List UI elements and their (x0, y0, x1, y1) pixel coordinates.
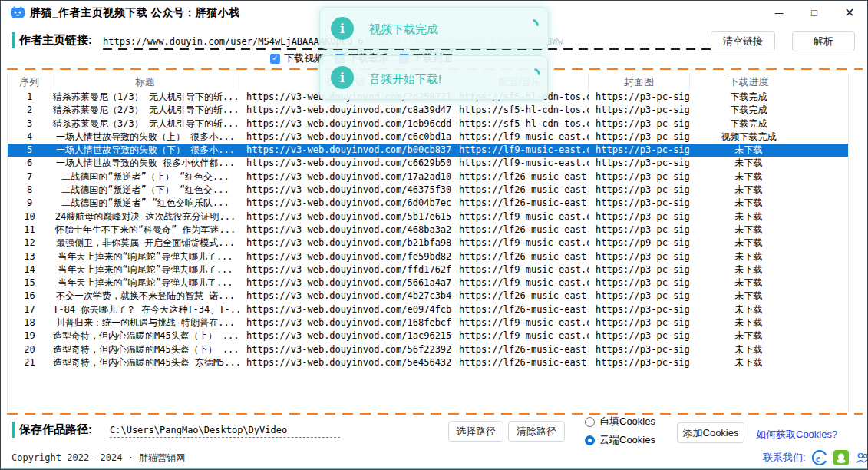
cell-cover-link: https://p3-pc-sign... (589, 104, 690, 117)
cell-progress: 未下载 (690, 250, 807, 263)
cell-video-link: https://v3-web.douyinvod.com/5b17e6151de… (239, 210, 452, 223)
window-title: 胖猫_作者主页视频下载 公众号：胖猫小栈 (30, 6, 240, 20)
cell-cover-link: https://p3-pc-sign... (589, 157, 690, 170)
cell-cover-link: https://p3-pc-sign... (589, 329, 690, 343)
cell-seq: 17 (8, 303, 51, 316)
toast-message: 视频下载完成 (369, 22, 438, 37)
checkbox-checked-icon (270, 54, 280, 64)
minimize-button[interactable]: ─ (761, 1, 797, 24)
table-row[interactable]: 10 24艘航母的巅峰对决 这次战役充分证明... https://v3-web… (8, 210, 848, 223)
close-button[interactable]: ✕ (832, 1, 867, 24)
table-row[interactable]: 21 造型奇特，但内心温暖的M45头盔 东德M5... https://v3-w… (8, 356, 848, 369)
cell-cover-link: https://p3-pc-sign... (589, 223, 690, 237)
save-path-label: 保存作品路径: (19, 422, 92, 437)
video-table: 序列 标题 视频直链 配音/音乐 封面图 下载进度 1 猎杀苏莱曼尼（1/3） … (7, 74, 849, 412)
add-cookies-button[interactable]: 添加Cookies (677, 422, 744, 443)
table-row[interactable]: 16 不交一次学费，就换不来登陆的智慧 诺... https://v3-web.… (8, 290, 848, 303)
cell-music-link: https://lf9-music-east.douyi... (452, 210, 589, 223)
cell-music-link: https://lf9-music-east.douyi... (452, 237, 589, 250)
table-row[interactable]: 4 一场人情世故导致的失败（上） 很多小... https://v3-web.d… (8, 131, 848, 144)
svg-text:e: e (816, 452, 820, 464)
cell-video-link: https://v3-web.douyinvod.com/17a2ad10cfd… (239, 170, 452, 184)
table-row[interactable]: 13 当年天上掉来的“响尾蛇”导弹去哪儿了... https://v3-web.… (8, 250, 848, 263)
cell-seq: 14 (8, 263, 51, 276)
cell-title: 二战德国的“叛逆者”（下） “红色交... (51, 184, 239, 197)
cell-progress: 未下载 (690, 210, 807, 223)
cell-title: 猎杀苏莱曼尼（3/3） 无人机引导下的斩... (51, 118, 239, 131)
info-icon (331, 66, 354, 89)
cell-seq: 5 (8, 144, 51, 157)
clear-link-button[interactable]: 清空链接 (711, 31, 775, 51)
cell-music-link: https://lf9-music-east.douyi... (452, 316, 589, 329)
cell-seq: 7 (8, 170, 51, 184)
qq-group-icon[interactable] (855, 450, 868, 465)
table-row[interactable]: 20 造型奇特，但内心温暖的M45头盔（下） ... https://v3-we… (8, 343, 848, 356)
orange-dashed-separator-bottom (7, 413, 863, 415)
table-row[interactable]: 6 一场人情世故导致的失败 很多小伙伴都... https://v3-web.d… (8, 157, 848, 170)
cell-music-link: https://lf9-music-east.douyi... (452, 329, 589, 343)
cell-seq: 2 (8, 104, 51, 117)
cell-seq: 21 (8, 356, 51, 369)
radio-icon (585, 417, 595, 427)
choose-path-button[interactable]: 选择路径 (448, 421, 503, 442)
cell-title: 一场人情世故导致的失败 很多小伙伴都... (51, 157, 239, 170)
cookie-radio-option[interactable]: 自填Cookies (585, 415, 655, 428)
table-row[interactable]: 5 一场人情世故导致的失败（下） 很多小... https://v3-web.d… (8, 144, 848, 157)
table-row[interactable]: 9 二战德国的“叛逆者” “红色交响乐队... https://v3-web.d… (8, 197, 848, 210)
cell-seq: 11 (8, 223, 51, 237)
cell-cover-link: https://p3-pc-sign... (589, 250, 690, 263)
maximize-button[interactable]: □ (797, 1, 832, 24)
cell-music-link: https://lf9-music-east.douyi... (452, 131, 589, 144)
table-row[interactable]: 19 造型奇特，但内心温暖的M45头盔（上） ... https://v3-we… (8, 329, 848, 343)
accent-bar (12, 422, 15, 438)
cell-progress: 未下载 (690, 316, 807, 329)
cell-cover-link: https://p3-pc-sign... (589, 118, 690, 131)
cell-title: 怀胎十年生不下来的“科曼奇” 作为军迷... (51, 223, 239, 237)
cell-title: 造型奇特，但内心温暖的M45头盔 东德M5... (51, 356, 239, 369)
cell-progress: 未下载 (690, 343, 807, 356)
cookie-radio-option[interactable]: 云端Cookies (585, 434, 655, 446)
cell-seq: 13 (8, 250, 51, 263)
cell-music-link: https://lf9-music-east.douyi... (452, 276, 589, 290)
how-to-get-cookies-link[interactable]: 如何获取Cookies? (756, 428, 837, 442)
table-row[interactable]: 7 二战德国的“叛逆者”（上） “红色交... https://v3-web.d… (8, 170, 848, 184)
cell-seq: 16 (8, 290, 51, 303)
table-row[interactable]: 8 二战德国的“叛逆者”（下） “红色交... https://v3-web.d… (8, 184, 848, 197)
qq-icon[interactable] (833, 450, 849, 465)
save-path-field[interactable]: C:\Users\PangMao\Desktop\DyVideo (110, 425, 340, 438)
cell-music-link: https://lf9-music-east.douyi... (452, 263, 589, 276)
cell-cover-link: https://p3-pc-sign... (589, 343, 690, 356)
cell-music-link: https://lf9-music-east.douyi... (452, 157, 589, 170)
table-row[interactable]: 2 猎杀苏莱曼尼（2/3） 无人机引导下的斩... https://v3-web… (8, 104, 848, 117)
header-progress: 下载进度 (690, 74, 807, 91)
table-row[interactable]: 15 当年天上掉来的“响尾蛇”导弹去哪儿了... https://v3-web.… (8, 276, 848, 290)
cell-progress: 未下载 (690, 184, 807, 197)
table-row[interactable]: 11 怀胎十年生不下来的“科曼奇” 作为军迷... https://v3-web… (8, 223, 848, 237)
cell-progress: 未下载 (690, 170, 807, 184)
cell-progress: 未下载 (690, 290, 807, 303)
cell-music-link: https://lf26-music-east.douy... (452, 184, 589, 197)
checkbox-label: 下载视频 (284, 51, 324, 65)
clear-path-button[interactable]: 清除路径 (508, 421, 565, 442)
cell-seq: 4 (8, 131, 51, 144)
cell-video-link: https://v3-web.douyinvod.com/fe59bd823c7… (239, 250, 452, 263)
download-option-checkbox[interactable]: 下载视频 (270, 51, 324, 65)
table-row[interactable]: 3 猎杀苏莱曼尼（3/3） 无人机引导下的斩... https://v3-web… (8, 118, 848, 131)
cell-seq: 10 (8, 210, 51, 223)
cell-progress: 未下载 (690, 329, 807, 343)
cell-video-link: https://v3-web.douyinvod.com/5e45643236d… (239, 356, 452, 369)
radio-label: 云端Cookies (599, 433, 655, 447)
header-seq: 序列 (8, 74, 51, 91)
cell-video-link: https://v3-web.douyinvod.com/56f223926a3… (239, 343, 452, 356)
ie-browser-icon[interactable]: e (812, 450, 827, 465)
table-row[interactable]: 12 最强侧卫，非你莫属 开启全面铺货模式... https://v3-web.… (8, 237, 848, 250)
cell-video-link: https://v3-web.douyinvod.com/46375f301e1… (239, 184, 452, 197)
cell-cover-link: https://p3-pc-sign... (589, 316, 690, 329)
table-row[interactable]: 18 川普归来：统一的机遇与挑战 特朗普在... https://v3-web.… (8, 316, 848, 329)
cell-progress: 下载完成 (690, 91, 807, 104)
table-row[interactable]: 17 T-84 你去哪儿了？ 在今天这种T-34、T-... https://v… (8, 303, 848, 316)
table-row[interactable]: 14 当年天上掉来的“响尾蛇”导弹去哪儿了... https://v3-web.… (8, 263, 848, 276)
parse-button[interactable]: 解析 (792, 31, 855, 51)
cell-progress: 未下载 (690, 144, 807, 157)
cell-progress: 未下载 (690, 276, 807, 290)
